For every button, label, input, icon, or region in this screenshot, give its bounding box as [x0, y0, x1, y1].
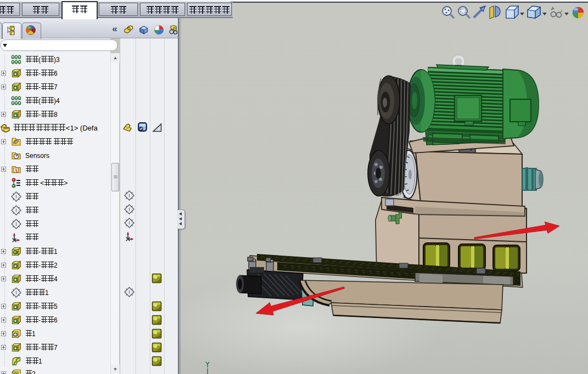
- svg-text:A: A: [14, 168, 18, 173]
